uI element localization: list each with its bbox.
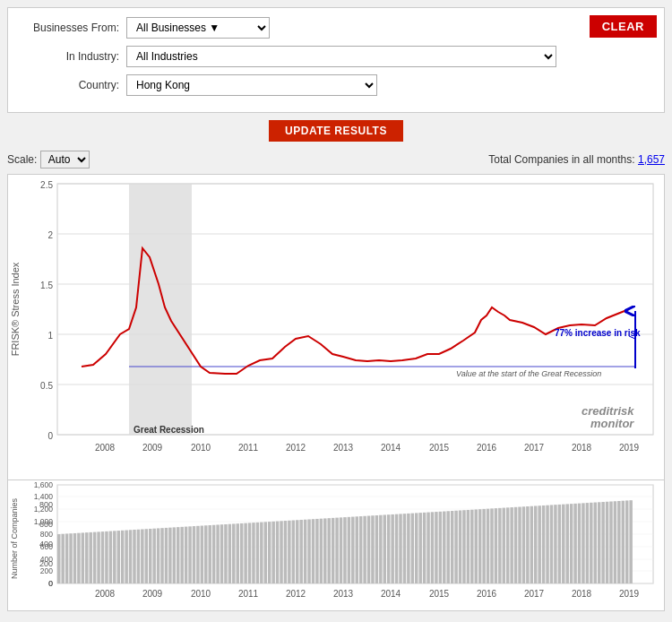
svg-rect-164 bbox=[411, 514, 415, 583]
svg-rect-176 bbox=[459, 510, 462, 583]
svg-text:0: 0 bbox=[44, 580, 48, 588]
svg-text:2009: 2009 bbox=[142, 589, 163, 599]
svg-rect-143 bbox=[327, 518, 331, 583]
svg-rect-76 bbox=[61, 534, 65, 583]
svg-text:Number of Companies: Number of Companies bbox=[10, 497, 19, 579]
svg-rect-160 bbox=[395, 514, 399, 583]
svg-text:2009: 2009 bbox=[142, 443, 163, 453]
svg-text:FRISK® Stress Index: FRISK® Stress Index bbox=[10, 262, 21, 356]
industry-row: In Industry: All Industries bbox=[21, 46, 651, 67]
svg-rect-101 bbox=[160, 528, 164, 583]
svg-text:2011: 2011 bbox=[238, 443, 259, 453]
clear-button[interactable]: CLEAR bbox=[590, 15, 657, 38]
svg-rect-144 bbox=[332, 518, 335, 583]
svg-rect-180 bbox=[475, 509, 478, 583]
svg-rect-136 bbox=[299, 520, 303, 583]
svg-rect-214 bbox=[609, 502, 613, 583]
svg-text:400: 400 bbox=[40, 555, 53, 564]
svg-rect-205 bbox=[573, 504, 577, 583]
svg-rect-130 bbox=[276, 522, 280, 583]
svg-text:2012: 2012 bbox=[286, 589, 306, 599]
svg-text:2016: 2016 bbox=[477, 589, 497, 599]
svg-rect-114 bbox=[212, 525, 216, 583]
svg-text:77% increase in risk: 77% increase in risk bbox=[555, 328, 641, 338]
svg-rect-124 bbox=[252, 523, 255, 583]
svg-rect-185 bbox=[495, 508, 498, 583]
svg-text:2017: 2017 bbox=[524, 589, 545, 599]
svg-rect-145 bbox=[335, 518, 339, 583]
svg-rect-127 bbox=[264, 522, 268, 583]
svg-rect-157 bbox=[383, 514, 387, 583]
svg-rect-106 bbox=[180, 527, 184, 583]
svg-rect-118 bbox=[228, 524, 232, 583]
svg-rect-113 bbox=[208, 525, 211, 583]
scale-select[interactable]: Auto bbox=[40, 151, 90, 168]
update-results-button[interactable]: UPDATE RESULTS bbox=[269, 120, 403, 142]
total-value[interactable]: 1,657 bbox=[638, 153, 665, 166]
businesses-select[interactable]: All Businesses ▼ bbox=[126, 17, 270, 39]
svg-text:1.5: 1.5 bbox=[40, 281, 53, 290]
svg-rect-140 bbox=[315, 519, 319, 583]
svg-text:Value at the start of the Grea: Value at the start of the Great Recessio… bbox=[456, 369, 601, 378]
svg-rect-88 bbox=[109, 531, 113, 583]
industry-select[interactable]: All Industries bbox=[126, 46, 556, 67]
svg-text:2018: 2018 bbox=[572, 443, 592, 453]
svg-text:2018: 2018 bbox=[572, 589, 592, 599]
svg-rect-100 bbox=[157, 528, 160, 583]
svg-rect-193 bbox=[526, 506, 530, 583]
svg-text:1,600: 1,600 bbox=[34, 480, 54, 489]
svg-rect-93 bbox=[129, 530, 133, 583]
svg-rect-165 bbox=[415, 513, 418, 583]
svg-rect-198 bbox=[546, 505, 549, 583]
svg-rect-108 bbox=[188, 526, 192, 583]
svg-rect-177 bbox=[462, 510, 466, 583]
svg-text:2013: 2013 bbox=[333, 589, 354, 599]
svg-rect-75 bbox=[57, 534, 61, 583]
svg-rect-99 bbox=[152, 529, 156, 583]
svg-text:2019: 2019 bbox=[619, 589, 640, 599]
svg-rect-168 bbox=[426, 513, 430, 583]
svg-rect-109 bbox=[193, 526, 196, 583]
svg-text:2008: 2008 bbox=[95, 589, 116, 599]
svg-rect-80 bbox=[77, 533, 81, 583]
svg-rect-83 bbox=[89, 532, 92, 583]
svg-rect-129 bbox=[271, 522, 275, 583]
country-row: Country: Hong Kong bbox=[21, 74, 651, 96]
svg-rect-120 bbox=[237, 523, 240, 583]
svg-rect-196 bbox=[538, 505, 541, 583]
svg-text:2017: 2017 bbox=[524, 443, 545, 453]
svg-rect-87 bbox=[105, 531, 108, 583]
svg-rect-82 bbox=[85, 532, 89, 583]
country-select[interactable]: Hong Kong bbox=[126, 74, 377, 96]
svg-rect-135 bbox=[296, 520, 299, 583]
svg-text:2014: 2014 bbox=[381, 589, 401, 599]
svg-rect-121 bbox=[240, 523, 244, 583]
svg-rect-155 bbox=[375, 515, 379, 583]
svg-rect-148 bbox=[348, 517, 351, 583]
main-chart-svg: 0 0.5 1 1.5 2 2.5 2008 2009 2010 2011 20… bbox=[8, 175, 666, 479]
svg-rect-149 bbox=[351, 517, 355, 583]
svg-rect-183 bbox=[487, 509, 490, 583]
svg-rect-119 bbox=[232, 523, 236, 583]
svg-text:2015: 2015 bbox=[429, 443, 450, 453]
svg-rect-170 bbox=[435, 512, 438, 583]
svg-rect-166 bbox=[418, 513, 422, 583]
svg-rect-122 bbox=[244, 523, 247, 583]
svg-rect-188 bbox=[506, 507, 510, 583]
svg-rect-192 bbox=[522, 506, 526, 583]
svg-text:2015: 2015 bbox=[429, 589, 450, 599]
svg-rect-96 bbox=[141, 529, 144, 583]
svg-rect-191 bbox=[518, 507, 521, 583]
svg-text:creditrisk: creditrisk bbox=[582, 404, 634, 418]
svg-rect-133 bbox=[288, 521, 291, 583]
svg-rect-200 bbox=[554, 505, 557, 583]
svg-text:0: 0 bbox=[48, 579, 53, 588]
svg-text:2016: 2016 bbox=[477, 443, 497, 453]
svg-rect-90 bbox=[117, 531, 121, 583]
total-label: Total Companies in all months: bbox=[488, 153, 634, 166]
country-label: Country: bbox=[21, 79, 119, 91]
svg-rect-81 bbox=[82, 532, 85, 583]
svg-rect-197 bbox=[542, 505, 546, 583]
svg-rect-91 bbox=[121, 531, 125, 583]
svg-text:2010: 2010 bbox=[191, 443, 211, 453]
